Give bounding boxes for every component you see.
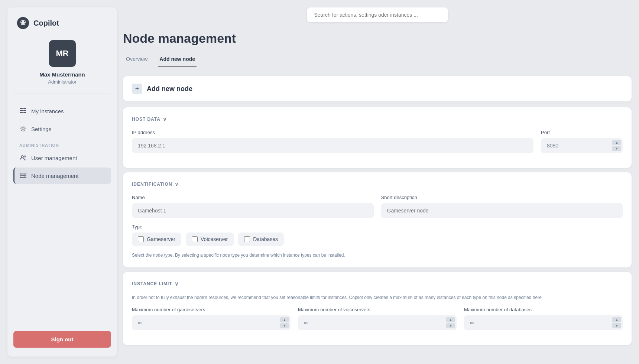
name-group: Name <box>132 195 374 218</box>
sidebar-item-settings[interactable]: Settings <box>13 121 111 137</box>
avatar: MR <box>49 40 76 67</box>
host-data-chevron-icon: ∨ <box>163 116 167 122</box>
navigation: My instances Settings ADMINISTRATION <box>13 103 111 325</box>
sidebar-item-user-management-label: User management <box>31 155 77 161</box>
max-voiceservers-group: Maximum number of voiceservers ▲ ▼ <box>298 307 457 330</box>
svg-point-12 <box>24 156 26 157</box>
max-voiceservers-label: Maximum number of voiceservers <box>298 307 457 312</box>
main-content: Node management Overview Add new node + … <box>117 0 639 364</box>
short-description-label: Short description <box>381 195 623 200</box>
sidebar: Copilot MR Max Mustermann Administrator … <box>7 7 117 357</box>
type-voiceserver-label: Voiceserver <box>201 236 228 242</box>
svg-point-11 <box>21 156 23 158</box>
ip-address-group: IP address <box>132 130 533 153</box>
type-gameserver-checkbox[interactable] <box>138 236 144 242</box>
type-gameserver-option[interactable]: Gameserver <box>132 233 181 246</box>
type-group: Type Gameserver Voiceserver Databases Se… <box>132 224 623 259</box>
max-voiceservers-stepper: ▲ ▼ <box>298 315 457 330</box>
grid-icon <box>19 107 27 115</box>
instance-limit-row: Maximum number of gameservers ▲ ▼ Maximu… <box>132 307 623 330</box>
port-group: Port ▲ ▼ <box>541 130 623 153</box>
port-label: Port <box>541 130 623 135</box>
admin-section-label: ADMINISTRATION <box>13 139 111 150</box>
instance-limit-section: INSTANCE LIMIT ∨ In order not to fully e… <box>123 272 632 345</box>
sidebar-item-my-instances[interactable]: My instances <box>13 103 111 119</box>
user-role: Administrator <box>48 79 77 85</box>
max-gameservers-increment-button[interactable]: ▲ <box>280 317 289 322</box>
plus-button[interactable]: + <box>132 84 142 94</box>
type-databases-label: Databases <box>253 236 278 242</box>
short-description-input[interactable] <box>381 203 623 218</box>
type-databases-checkbox[interactable] <box>244 236 250 242</box>
svg-rect-6 <box>20 112 23 113</box>
port-decrement-button[interactable]: ▼ <box>612 146 621 151</box>
sidebar-item-my-instances-label: My instances <box>31 108 64 114</box>
svg-rect-5 <box>20 110 23 111</box>
copilot-logo-icon <box>16 16 30 30</box>
max-databases-stepper: ▲ ▼ <box>464 315 623 330</box>
identification-row-1: Name Short description <box>132 195 623 218</box>
max-gameservers-stepper-buttons: ▲ ▼ <box>280 317 289 328</box>
max-databases-decrement-button[interactable]: ▼ <box>612 323 621 328</box>
max-voiceservers-increment-button[interactable]: ▲ <box>446 317 455 322</box>
tab-bar: Overview Add new node <box>123 52 632 67</box>
sidebar-item-settings-label: Settings <box>31 126 51 132</box>
type-voiceserver-option[interactable]: Voiceserver <box>186 233 234 246</box>
host-data-section-label[interactable]: HOST DATA ∨ <box>132 116 623 122</box>
server-icon <box>19 172 27 179</box>
max-voiceservers-stepper-buttons: ▲ ▼ <box>446 317 455 328</box>
ip-address-label: IP address <box>132 130 533 135</box>
type-databases-option[interactable]: Databases <box>238 233 284 246</box>
instance-limit-section-label[interactable]: INSTANCE LIMIT ∨ <box>132 281 623 287</box>
max-gameservers-input[interactable] <box>132 315 291 330</box>
max-gameservers-stepper: ▲ ▼ <box>132 315 291 330</box>
ip-address-input[interactable] <box>132 138 533 153</box>
sidebar-item-user-management[interactable]: User management <box>13 150 111 166</box>
svg-point-3 <box>24 21 26 23</box>
svg-rect-8 <box>23 110 26 111</box>
max-databases-increment-button[interactable]: ▲ <box>612 317 621 322</box>
port-increment-button[interactable]: ▲ <box>612 140 621 145</box>
short-description-group: Short description <box>381 195 623 218</box>
svg-rect-7 <box>23 108 26 109</box>
max-gameservers-decrement-button[interactable]: ▼ <box>280 323 289 328</box>
svg-rect-9 <box>23 112 26 113</box>
add-node-header: + Add new node <box>132 84 623 94</box>
port-stepper-buttons: ▲ ▼ <box>612 140 621 151</box>
identification-section-label[interactable]: IDENTIFICATION ∨ <box>132 181 623 187</box>
top-bar <box>123 7 632 22</box>
add-node-header-card: + Add new node <box>123 76 632 101</box>
type-checkbox-group: Gameserver Voiceserver Databases <box>132 233 623 246</box>
max-voiceservers-decrement-button[interactable]: ▼ <box>446 323 455 328</box>
sidebar-item-node-management[interactable]: Node management <box>13 168 111 184</box>
max-gameservers-group: Maximum number of gameservers ▲ ▼ <box>132 307 291 330</box>
max-gameservers-label: Maximum number of gameservers <box>132 307 291 312</box>
type-label: Type <box>132 224 623 230</box>
name-label: Name <box>132 195 374 200</box>
max-databases-group: Maximum number of databases ▲ ▼ <box>464 307 623 330</box>
instance-limit-description: In order not to fully exhaust the node's… <box>132 294 623 301</box>
svg-point-15 <box>25 174 25 175</box>
svg-point-10 <box>22 128 24 130</box>
tab-add-new-node[interactable]: Add new node <box>158 52 197 67</box>
type-hint-text: Select the node type. By selecting a spe… <box>132 252 623 259</box>
port-stepper: ▲ ▼ <box>541 138 623 153</box>
port-input[interactable] <box>541 138 623 153</box>
user-profile-area: MR Max Mustermann Administrator <box>13 40 111 94</box>
tab-overview[interactable]: Overview <box>124 52 149 67</box>
page-title: Node management <box>123 31 632 46</box>
sidebar-item-node-management-label: Node management <box>31 173 79 179</box>
svg-point-16 <box>25 176 25 177</box>
max-databases-label: Maximum number of databases <box>464 307 623 312</box>
max-voiceservers-input[interactable] <box>298 315 457 330</box>
sign-out-button[interactable]: Sign out <box>13 331 111 348</box>
svg-rect-4 <box>20 108 23 109</box>
identification-section: IDENTIFICATION ∨ Name Short description … <box>123 172 632 267</box>
logo-text: Copilot <box>33 19 59 27</box>
add-node-title: Add new node <box>147 85 192 93</box>
max-databases-input[interactable] <box>464 315 623 330</box>
host-data-row: IP address Port ▲ ▼ <box>132 130 623 153</box>
search-input[interactable] <box>307 7 448 22</box>
name-input[interactable] <box>132 203 374 218</box>
type-voiceserver-checkbox[interactable] <box>192 236 198 242</box>
